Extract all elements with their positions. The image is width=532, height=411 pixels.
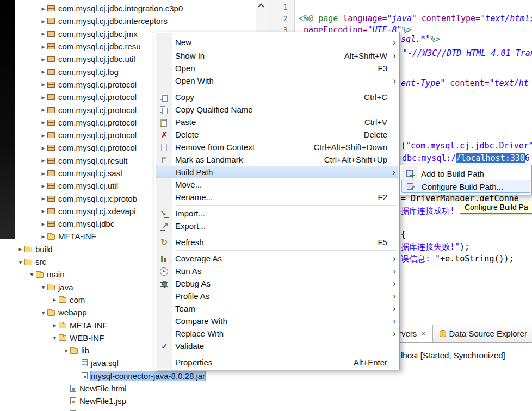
validate-icon — [159, 342, 172, 351]
tree-item-com-mysql-cj-jdbc-integration-c3p0[interactable]: ▸com.mysql.cj.jdbc.integration.c3p0 — [15, 2, 267, 15]
collapse-arrow-icon[interactable]: ▾ — [51, 334, 59, 341]
collapse-arrow-icon[interactable]: ▾ — [62, 347, 70, 354]
submenu-arrow-icon: › — [387, 291, 396, 301]
folder-icon — [47, 285, 55, 290]
submenu-arrow-icon: › — [387, 38, 396, 47]
menu-item-refresh[interactable]: RefreshF5 — [156, 236, 398, 248]
menu-item-open[interactable]: OpenF3 — [156, 62, 398, 74]
menu-item-run-as[interactable]: Run As› — [156, 265, 398, 277]
expand-arrow-icon[interactable]: ▸ — [39, 17, 47, 25]
menu-icon-blank — [159, 358, 172, 367]
menu-item-import[interactable]: Import... — [156, 207, 398, 220]
menu-item-label: Export... — [175, 221, 376, 231]
export-icon — [159, 222, 172, 231]
expand-arrow-icon[interactable]: ▸ — [39, 43, 47, 51]
menu-item-remove-from-context[interactable]: Remove from ContextCtrl+Alt+Shift+Down — [156, 141, 398, 153]
collapse-arrow-icon[interactable]: ▾ — [28, 271, 36, 278]
menu-item-properties[interactable]: PropertiesAlt+Enter — [156, 356, 398, 369]
expand-arrow-icon[interactable]: ▸ — [39, 220, 47, 228]
tree-item-mysql-connector-java-8-0-28-jar[interactable]: mysql-connector-java-8.0.28.jar — [15, 370, 267, 382]
tree-item-label: com.mysql.cj.protocol — [58, 80, 137, 89]
expand-arrow-icon[interactable]: ▸ — [39, 207, 47, 215]
collapse-arrow-icon[interactable]: ▾ — [16, 258, 24, 266]
tree-item-web-xml[interactable]: web.xml — [15, 408, 267, 411]
expand-arrow-icon[interactable]: ▸ — [39, 182, 47, 190]
menu-item-copy[interactable]: CopyCtrl+C — [156, 91, 398, 103]
expand-arrow-icon[interactable]: ▸ — [39, 170, 47, 177]
menu-item-replace-with[interactable]: Replace With› — [156, 327, 398, 340]
tree-item-label: META-INF — [70, 321, 108, 330]
tab-data-source-explorer[interactable]: Data Source Explorer — [433, 325, 532, 342]
menu-item-paste[interactable]: PasteCtrl+V — [156, 116, 398, 128]
menu-icon-blank — [159, 329, 172, 338]
copy-qualified-icon — [159, 105, 172, 114]
code-fragment: 据库连接成功! — [401, 205, 455, 217]
code-token: jdbc:mysql:/ — [397, 153, 456, 163]
collapse-arrow-icon[interactable]: ▾ — [39, 309, 47, 316]
menu-item-validate[interactable]: Validate — [156, 340, 398, 352]
code-token: "-//W3C//DTD HTML 4.01 Tran — [403, 48, 532, 58]
code-token: content= — [445, 78, 489, 88]
menu-item-profile-as[interactable]: Profile As› — [156, 290, 398, 302]
menu-item-move[interactable]: Move... — [156, 178, 398, 191]
scroll-up-arrow-icon[interactable] — [258, 3, 264, 9]
tree-item-label: web.xml — [79, 409, 109, 411]
tab-servers-label: rvers — [399, 329, 417, 338]
menu-item-mark-as-landmark[interactable]: Mark as LandmarkCtrl+Alt+Shift+Up — [156, 153, 398, 166]
expand-arrow-icon[interactable]: ▸ — [39, 5, 47, 13]
menu-item-export[interactable]: Export... — [156, 220, 398, 232]
expand-arrow-icon[interactable]: ▸ — [39, 132, 47, 139]
menu-item-label: Refresh — [175, 238, 367, 247]
run-icon — [159, 267, 172, 276]
menu-item-label: Delete — [175, 130, 353, 139]
menu-item-open-with[interactable]: Open With› — [156, 74, 398, 87]
menu-item-label: Build Path — [176, 167, 376, 177]
expand-arrow-icon[interactable]: ▸ — [16, 245, 24, 253]
menu-item-delete[interactable]: DeleteDelete — [156, 128, 398, 141]
menu-item-copy-qualified-name[interactable]: Copy Qualified Name — [156, 103, 398, 116]
tree-item-label: NewFile.html — [79, 384, 127, 393]
expand-arrow-icon[interactable]: ▸ — [51, 321, 59, 329]
tree-item-label: com.mysql.cj.util — [58, 181, 118, 190]
menu-item-label: Validate — [175, 341, 376, 351]
package-icon — [47, 196, 55, 202]
expand-arrow-icon[interactable]: ▸ — [39, 68, 47, 76]
menu-item-new[interactable]: New› — [156, 35, 398, 49]
folder-icon — [47, 234, 55, 240]
expand-arrow-icon[interactable]: ▸ — [39, 106, 47, 114]
expand-arrow-icon[interactable]: ▸ — [39, 30, 47, 38]
expand-arrow-icon[interactable]: ▸ — [39, 195, 47, 202]
menu-item-build-path[interactable]: Build Path› — [156, 166, 398, 178]
menu-icon-blank — [159, 317, 172, 326]
menu-item-label: New — [175, 38, 376, 47]
code-token: 6 — [525, 153, 530, 163]
close-tab-icon[interactable]: × — [421, 329, 425, 338]
menu-item-team[interactable]: Team› — [156, 302, 398, 315]
submenu-arrow-icon: › — [387, 329, 396, 338]
expand-arrow-icon[interactable]: ▸ — [39, 55, 47, 63]
menu-item-coverage-as[interactable]: Coverage As› — [156, 252, 398, 265]
menu-item-debug-as[interactable]: Debug As› — [156, 277, 398, 290]
menu-item-label: Remove from Context — [175, 142, 303, 152]
menu-item-rename[interactable]: Rename...F2 — [156, 191, 398, 203]
code-token: { — [401, 229, 406, 239]
expand-arrow-icon[interactable]: ▸ — [39, 119, 47, 126]
submenu-item-configure-build-path[interactable]: Configure Build Path... — [401, 180, 530, 193]
tree-scrollbar[interactable] — [256, 0, 267, 32]
menu-item-compare-with[interactable]: Compare With› — [156, 315, 398, 327]
collapse-arrow-icon[interactable]: ▾ — [39, 283, 47, 291]
expand-arrow-icon[interactable]: ▸ — [51, 296, 59, 303]
expand-arrow-icon[interactable]: ▸ — [39, 233, 47, 240]
menu-separator — [176, 205, 397, 205]
expand-arrow-icon[interactable]: ▸ — [39, 157, 47, 164]
tree-item-com-mysql-cj-jdbc-interceptors[interactable]: ▸com.mysql.cj.jdbc.interceptors — [15, 15, 267, 27]
tree-item-label: com.mysql.cj.protocol — [58, 92, 137, 102]
expand-arrow-icon[interactable]: ▸ — [39, 80, 47, 88]
code-fragment: jdbc:mysql://localhost:3306 — [397, 153, 530, 164]
expand-arrow-icon[interactable]: ▸ — [39, 144, 47, 152]
menu-item-show-in[interactable]: Show InAlt+Shift+W› — [156, 49, 398, 62]
submenu-item-add-to-build-path[interactable]: Add to Build Path — [401, 167, 530, 180]
tree-item-newfile1-jsp[interactable]: NewFile1.jsp — [15, 395, 267, 407]
tree-item-newfile-html[interactable]: NewFile.html — [15, 382, 267, 395]
expand-arrow-icon[interactable]: ▸ — [39, 94, 47, 101]
